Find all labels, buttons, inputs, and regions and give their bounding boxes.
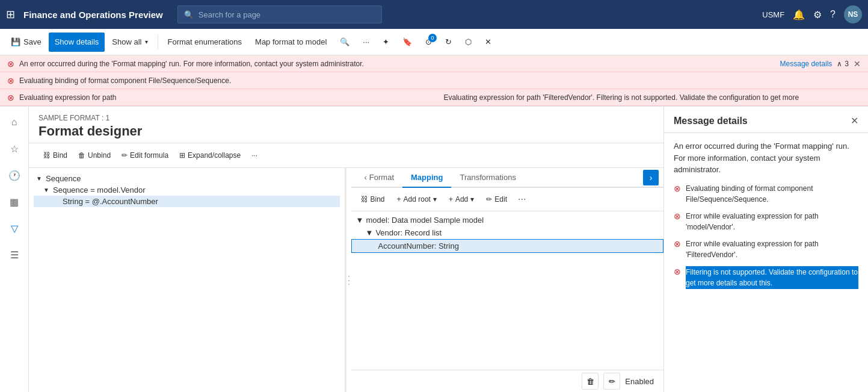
message-intro-text: An error occurred during the 'Format map… (674, 140, 858, 176)
badge-count: 0 (428, 34, 437, 42)
show-details-button[interactable]: Show details (49, 33, 105, 52)
delete-button[interactable]: 🗑 (582, 373, 599, 390)
message-error-3: ⊗ Error while evaluating expression for … (674, 238, 858, 260)
error-icon-1: ⊗ (7, 59, 14, 69)
show-all-button[interactable]: Show all ▾ (106, 33, 153, 52)
sidebar-home-icon[interactable]: ⌂ (4, 111, 25, 133)
tab-transformations[interactable]: Transformations (451, 168, 524, 188)
avatar[interactable]: NS (844, 5, 862, 23)
error-counter: ∧ 3 (837, 60, 849, 68)
bookmark-button[interactable]: 🔖 (396, 33, 418, 52)
message-error-2: ⊗ Error while evaluating expression for … (674, 211, 858, 232)
msg-error-text-2: Error while evaluating expression for pa… (686, 211, 858, 232)
add-icon: + (449, 195, 453, 204)
left-sidebar: ⌂ ☆ 🕐 ▦ ▽ ☰ (0, 107, 29, 392)
error-row-1: ⊗ An error occurred during the 'Format m… (0, 55, 868, 72)
message-close-button[interactable]: ✕ (851, 115, 858, 126)
edit-formula-button[interactable]: ✏ Edit formula (117, 147, 173, 164)
designer-title: Format designer (38, 123, 654, 139)
expand-collapse-button[interactable]: ⊞ Expand/collapse (174, 147, 245, 164)
add-root-icon: + (397, 195, 401, 204)
msg-error-icon-3: ⊗ (674, 239, 681, 249)
tab-format-chevron: ‹ (365, 173, 367, 182)
sequence-arrow: ▼ (36, 175, 43, 182)
edit-button[interactable]: ✏ Edit (481, 191, 512, 207)
designer-header: SAMPLE FORMAT : 1 Format designer (29, 107, 663, 143)
sequence-label: Sequence (46, 174, 81, 183)
bind-button[interactable]: ⛓ Bind (38, 147, 72, 164)
right-bind-button[interactable]: ⛓ Bind (356, 191, 390, 207)
designer-area: SAMPLE FORMAT : 1 Format designer ⛓ Bind… (29, 107, 663, 392)
tree-sequence-model[interactable]: ▼ Sequence = model.Vendor (34, 184, 340, 196)
error-close-1[interactable]: ✕ (854, 59, 861, 69)
message-details-link[interactable]: Message details (780, 60, 833, 68)
sidebar-table-icon[interactable]: ▦ (4, 191, 25, 213)
status-text: Enabled (625, 377, 654, 386)
expand-icon: ⊞ (179, 151, 185, 160)
right-tree-model[interactable]: ▼ model: Data model Sample model (351, 214, 664, 226)
notification-icon[interactable]: 🔔 (793, 9, 805, 20)
toolbar-search-icon: 🔍 (340, 37, 349, 46)
view-button[interactable]: ✦ (377, 33, 395, 52)
left-tree-panel: ▼ Sequence ▼ Sequence = model.Vendor Str… (29, 168, 346, 392)
error-icon-3: ⊗ (7, 93, 14, 102)
format-enumerations-button[interactable]: Format enumerations (162, 33, 248, 52)
main-toolbar: 💾 Save Show details Show all ▾ Format en… (0, 29, 868, 55)
errors-panel: ⊗ An error occurred during the 'Format m… (0, 55, 868, 107)
grid-icon[interactable]: ⊞ (6, 8, 15, 21)
sidebar-list-icon[interactable]: ☰ (4, 244, 25, 266)
close-toolbar-button[interactable]: ✕ (479, 33, 497, 52)
save-icon: 💾 (11, 37, 20, 46)
top-nav: ⊞ Finance and Operations Preview 🔍 Searc… (0, 0, 868, 29)
account-number-label: AccountNumber: String (378, 241, 459, 250)
unbind-button[interactable]: 🗑 Unbind (73, 147, 115, 164)
badge-button[interactable]: ⊙ 0 (419, 33, 438, 52)
help-icon[interactable]: ? (830, 9, 836, 20)
right-panel: ‹ Format Mapping Transformations › ⛓ (351, 168, 664, 392)
tab-next-button[interactable]: › (643, 170, 659, 185)
refresh-button[interactable]: ↻ (439, 33, 458, 52)
panel-tabs: ‹ Format Mapping Transformations › (351, 168, 664, 188)
sidebar-star-icon[interactable]: ☆ (4, 138, 25, 160)
add-chevron: ▾ (470, 195, 474, 204)
settings-icon[interactable]: ⚙ (813, 9, 822, 20)
tab-mapping[interactable]: Mapping (402, 168, 451, 188)
toolbar-separator-1 (158, 35, 158, 49)
designer-more-button[interactable]: ··· (247, 147, 262, 164)
sequence-model-arrow: ▼ (43, 187, 51, 193)
edit-icon: ✏ (122, 151, 128, 160)
tree-sequence-root[interactable]: ▼ Sequence (34, 173, 340, 184)
open-button[interactable]: ⬡ (459, 33, 478, 52)
add-button[interactable]: + Add ▾ (444, 191, 479, 207)
sidebar-clock-icon[interactable]: 🕐 (4, 164, 25, 186)
save-button[interactable]: 💾 Save (5, 33, 48, 52)
model-label: model: Data model Sample model (366, 216, 484, 225)
message-panel-title: Message details (674, 116, 748, 126)
error-text-3-prefix: Evaluating expression for path (19, 93, 437, 102)
right-bind-icon: ⛓ (361, 195, 368, 204)
search-box[interactable]: 🔍 Search for a page (177, 5, 382, 23)
add-root-chevron: ▾ (433, 195, 437, 204)
search-toolbar-button[interactable]: 🔍 (334, 33, 356, 52)
tree-string-account[interactable]: String = @.AccountNumber (34, 196, 340, 207)
error-row-3: ⊗ Evaluating expression for path Evaluat… (0, 89, 868, 106)
add-root-button[interactable]: + Add root ▾ (392, 191, 442, 207)
edit-bottom-button[interactable]: ✏ (603, 373, 620, 390)
sidebar-filter-icon[interactable]: ▽ (4, 217, 25, 239)
bind-icon: ⛓ (43, 151, 51, 160)
right-panel-toolbar: ⛓ Bind + Add root ▾ + Add ▾ ✏ (351, 188, 664, 211)
counter-up[interactable]: ∧ (837, 60, 842, 68)
app-title: Finance and Operations Preview (23, 10, 163, 20)
nav-region: USMF (762, 10, 784, 19)
map-format-button[interactable]: Map format to model (249, 33, 333, 52)
right-tree-vendor[interactable]: ▼ Vendor: Record list (351, 226, 664, 239)
right-tree-account-number[interactable]: AccountNumber: String (351, 239, 664, 253)
msg-error-text-1: Evaluating binding of format component F… (686, 183, 858, 205)
nav-right: USMF 🔔 ⚙ ? NS (762, 5, 862, 23)
search-icon: 🔍 (184, 10, 194, 19)
more-options-button[interactable]: ··· (357, 33, 375, 52)
right-more-button[interactable]: ··· (514, 191, 529, 207)
tab-format[interactable]: ‹ Format (356, 168, 403, 188)
panel-divider[interactable]: ⋮ (346, 168, 351, 392)
unbind-icon: 🗑 (78, 151, 85, 160)
